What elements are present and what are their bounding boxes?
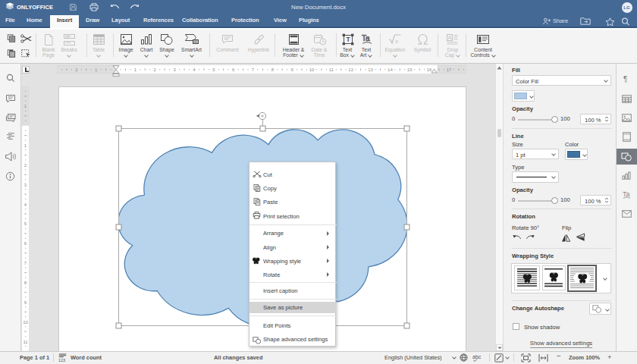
svg-text:x: x xyxy=(394,37,398,45)
svg-text:abc: abc xyxy=(472,353,482,359)
svg-text:T: T xyxy=(346,36,350,43)
svg-text:Ta: Ta xyxy=(623,190,630,198)
svg-text:10: 10 xyxy=(309,67,315,72)
svg-text:11: 11 xyxy=(329,67,334,72)
svg-text:17: 17 xyxy=(447,67,452,72)
svg-text:16: 16 xyxy=(427,67,432,72)
svg-text:11: 11 xyxy=(23,340,28,344)
svg-text:15: 15 xyxy=(407,67,413,72)
svg-text:14: 14 xyxy=(388,67,393,72)
svg-text:Ta: Ta xyxy=(362,34,370,42)
svg-text:10: 10 xyxy=(23,320,28,325)
svg-text:A: A xyxy=(447,34,451,41)
svg-text:12: 12 xyxy=(348,67,353,72)
svg-text:123: 123 xyxy=(58,358,65,362)
svg-text:13: 13 xyxy=(368,67,373,72)
